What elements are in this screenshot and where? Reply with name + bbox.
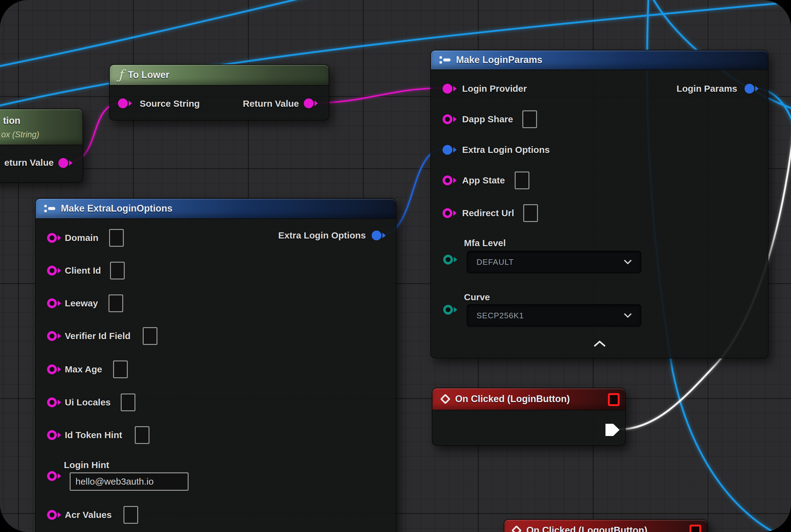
login-provider-pin[interactable] <box>443 84 457 94</box>
max-age-pin[interactable] <box>47 364 61 374</box>
node-on-clicked-logout-button[interactable]: On Clicked (LogoutButton) <box>504 519 708 532</box>
login-hint-label: Login Hint <box>64 460 109 470</box>
make-login-params-title: Make LoginParams <box>456 54 542 65</box>
acr-values-pin[interactable] <box>47 510 61 520</box>
mfa-level-value: DEFAULT <box>477 258 514 267</box>
curve-dropdown[interactable]: SECP256K1 <box>467 304 641 327</box>
app-state-pin[interactable] <box>443 175 457 185</box>
acr-values-value-box[interactable] <box>123 506 138 524</box>
extra-login-options-in-pin[interactable] <box>443 145 457 155</box>
mfa-level-pin[interactable] <box>443 255 457 264</box>
login-hint-pin[interactable] <box>47 471 61 481</box>
id-token-hint-value-box[interactable] <box>135 426 150 444</box>
node-on-clicked-login-button[interactable]: On Clicked (LoginButton) <box>432 388 626 446</box>
return-value-label: Return Value <box>243 98 299 109</box>
on-clicked-logout-title: On Clicked (LogoutButton) <box>526 525 647 532</box>
client-id-label: Client Id <box>65 265 101 276</box>
leeway-pin[interactable] <box>47 299 61 308</box>
on-clicked-logout-header[interactable]: On Clicked (LogoutButton) <box>504 520 707 532</box>
return-value-pin[interactable] <box>58 158 73 168</box>
return-value-label: eturn Value <box>4 157 54 168</box>
redirect-url-value-box[interactable] <box>523 204 538 222</box>
extra-login-options-out-pin[interactable] <box>372 230 386 240</box>
wire-tolower-to-login-provider[interactable] <box>313 88 442 103</box>
collapse-pins-button[interactable] <box>594 340 606 348</box>
to-lower-header[interactable]: ƒ To Lower <box>110 65 329 86</box>
extra-login-options-in-label: Extra Login Options <box>462 145 550 155</box>
verifier-id-field-value-box[interactable] <box>143 327 157 345</box>
exec-out-pin[interactable] <box>605 424 619 436</box>
ui-locales-label: Ui Locales <box>65 397 111 407</box>
blueprint-editor-screenshot: tion ox (String) eturn Value ƒ To Lower … <box>0 0 791 532</box>
make-extra-header[interactable]: Make ExtraLoginOptions <box>36 199 396 219</box>
ui-locales-value-box[interactable] <box>121 394 135 411</box>
verifier-id-field-label: Verifier Id Field <box>65 331 131 341</box>
leeway-label: Leeway <box>65 298 98 308</box>
on-clicked-login-header[interactable]: On Clicked (LoginButton) <box>432 388 625 410</box>
max-age-label: Max Age <box>65 364 102 375</box>
domain-pin[interactable] <box>47 233 61 243</box>
dapp-share-pin[interactable] <box>443 114 457 124</box>
node-subtitle-fragment: ox (String) <box>1 130 39 139</box>
node-make-extra-login-options[interactable]: Make ExtraLoginOptions Extra Login Optio… <box>35 198 397 532</box>
node-get-text-header[interactable] <box>0 109 82 145</box>
dapp-share-label: Dapp Share <box>462 114 513 125</box>
redirect-url-pin[interactable] <box>443 208 457 218</box>
on-clicked-login-title: On Clicked (LoginButton) <box>455 394 570 404</box>
node-to-lower[interactable]: ƒ To Lower Source String Return Value <box>109 64 329 120</box>
id-token-hint-pin[interactable] <box>47 430 61 440</box>
app-state-label: App State <box>462 175 505 186</box>
event-icon <box>440 394 450 404</box>
to-lower-title: To Lower <box>128 70 169 80</box>
node-title-fragment: tion <box>3 115 20 126</box>
domain-label: Domain <box>65 233 98 243</box>
redirect-url-label: Redirect Url <box>462 208 514 218</box>
blueprint-graph-canvas[interactable]: tion ox (String) eturn Value ƒ To Lower … <box>0 0 791 532</box>
login-hint-value: hello@web3auth.io <box>76 476 154 487</box>
delegate-pin[interactable] <box>608 393 619 406</box>
ui-locales-pin[interactable] <box>47 397 61 407</box>
chevron-up-icon <box>594 340 606 347</box>
curve-pin[interactable] <box>443 305 457 315</box>
domain-value-box[interactable] <box>109 229 124 247</box>
make-login-params-header[interactable]: Make LoginParams <box>431 51 768 70</box>
curve-label: Curve <box>464 292 490 302</box>
delegate-pin[interactable] <box>690 525 701 532</box>
return-value-pin[interactable] <box>304 98 318 108</box>
event-icon <box>512 525 522 532</box>
chevron-down-icon <box>624 314 632 318</box>
mfa-level-dropdown[interactable]: DEFAULT <box>467 251 641 273</box>
client-id-value-box[interactable] <box>110 262 125 280</box>
max-age-value-box[interactable] <box>113 360 128 378</box>
source-string-label: Source String <box>140 98 200 109</box>
node-get-text-partial[interactable]: tion ox (String) eturn Value <box>0 109 83 183</box>
curve-value: SECP256K1 <box>477 311 524 320</box>
dapp-share-value-box[interactable] <box>522 110 537 128</box>
login-params-out-label: Login Params <box>677 83 737 94</box>
leeway-value-box[interactable] <box>109 294 123 312</box>
client-id-pin[interactable] <box>47 266 61 276</box>
login-provider-label: Login Provider <box>462 83 527 94</box>
make-extra-title: Make ExtraLoginOptions <box>61 203 172 214</box>
node-make-login-params[interactable]: Make LoginParams Login Provider Login Pa… <box>430 50 768 358</box>
id-token-hint-label: Id Token Hint <box>65 430 122 440</box>
make-struct-icon <box>44 204 55 213</box>
function-icon: ƒ <box>118 69 123 81</box>
acr-values-label: Acr Values <box>65 510 112 520</box>
login-hint-text-input[interactable]: hello@web3auth.io <box>70 472 189 491</box>
extra-login-options-out-label: Extra Login Options <box>278 230 366 241</box>
mfa-level-label: Mfa Level <box>464 238 506 248</box>
chevron-down-icon <box>624 260 632 264</box>
make-struct-icon <box>440 55 450 64</box>
verifier-id-field-pin[interactable] <box>47 331 61 341</box>
app-state-value-box[interactable] <box>515 172 529 189</box>
login-params-out-pin[interactable] <box>745 84 758 94</box>
source-string-pin[interactable] <box>118 98 132 108</box>
